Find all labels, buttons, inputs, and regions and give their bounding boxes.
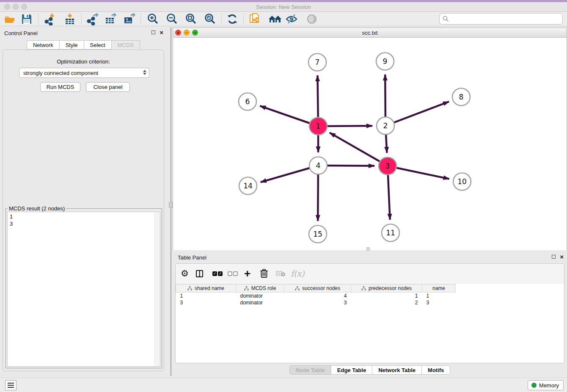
add-row-button[interactable]: + bbox=[244, 268, 250, 279]
select-all-columns-button[interactable]: ✓✓ bbox=[212, 268, 223, 279]
tab-select[interactable]: Select bbox=[84, 40, 111, 50]
tab-motifs[interactable]: Motifs bbox=[421, 365, 450, 375]
node-label: 3 bbox=[385, 162, 390, 170]
node-9[interactable]: 9 bbox=[376, 53, 394, 70]
home-networks-button[interactable] bbox=[268, 13, 282, 25]
float-panel-icon[interactable] bbox=[151, 30, 155, 34]
node-6[interactable]: 6 bbox=[239, 93, 256, 110]
eye-disabled-button[interactable] bbox=[305, 13, 319, 25]
node-10[interactable]: 10 bbox=[453, 173, 471, 190]
network-window-titlebar[interactable]: × − + scc.txt bbox=[173, 28, 567, 38]
unchecked-box-icon bbox=[233, 271, 238, 276]
open-session-button[interactable] bbox=[3, 13, 17, 25]
toolbar-separator bbox=[140, 14, 141, 25]
zoom-fit-button[interactable] bbox=[184, 13, 198, 25]
node-2[interactable]: 2 bbox=[377, 117, 394, 135]
split-columns-button[interactable] bbox=[196, 268, 203, 279]
plus-icon: + bbox=[244, 269, 250, 278]
table-cell[interactable]: 3 bbox=[176, 299, 236, 306]
unchecked-box-icon bbox=[228, 271, 232, 276]
mcds-result-group: MCDS result (2 nodes) 1 3 bbox=[6, 208, 162, 368]
checked-box-icon: ✓ bbox=[212, 271, 217, 276]
tab-edge-table[interactable]: Edge Table bbox=[331, 365, 372, 375]
float-table-panel-icon[interactable] bbox=[552, 255, 556, 259]
node-4[interactable]: 4 bbox=[309, 157, 327, 174]
column-header-predecessor-nodes[interactable]: predecessor nodes bbox=[351, 284, 422, 293]
table-cell[interactable]: dominator bbox=[236, 299, 284, 306]
node-15[interactable]: 15 bbox=[309, 226, 327, 243]
export-network-button[interactable] bbox=[85, 13, 99, 25]
column-settings-button[interactable]: ⚙ bbox=[181, 268, 189, 279]
network-graph[interactable]: 7968124314101511 bbox=[173, 38, 567, 251]
import-network-icon bbox=[44, 13, 56, 25]
node-3[interactable]: 3 bbox=[379, 157, 396, 175]
splitter-grip[interactable] bbox=[169, 202, 173, 208]
task-history-button[interactable] bbox=[5, 380, 17, 390]
zoom-in-button[interactable] bbox=[146, 13, 160, 25]
node-11[interactable]: 11 bbox=[382, 224, 399, 242]
edge-3-1[interactable] bbox=[330, 133, 388, 166]
homes-icon bbox=[268, 13, 282, 25]
search-input[interactable] bbox=[451, 15, 562, 23]
table-cell[interactable]: dominator bbox=[236, 293, 284, 299]
column-type-icon bbox=[187, 286, 192, 291]
close-panel-button[interactable]: Close panel bbox=[86, 82, 130, 92]
table-cell[interactable]: 1 bbox=[351, 293, 422, 299]
node-1[interactable]: 1 bbox=[309, 118, 327, 135]
column-header-name[interactable]: name bbox=[422, 284, 456, 293]
table-cell[interactable]: 3 bbox=[284, 299, 351, 306]
table-row[interactable]: 1dominator411 bbox=[176, 293, 565, 299]
open-folder-icon bbox=[4, 13, 16, 25]
node-label: 1 bbox=[316, 122, 321, 130]
node-14[interactable]: 14 bbox=[239, 177, 257, 195]
column-header-MCDS-role[interactable]: MCDS role bbox=[236, 284, 284, 293]
import-table-button[interactable] bbox=[63, 13, 77, 25]
edge-3-10[interactable] bbox=[388, 166, 449, 179]
close-table-panel-icon[interactable]: × bbox=[560, 254, 564, 259]
mcds-result-textarea[interactable]: 1 3 bbox=[7, 212, 160, 367]
apply-layout-button[interactable] bbox=[225, 13, 239, 25]
mcds-result-title: MCDS result (2 nodes) bbox=[8, 205, 66, 212]
clone-network-button[interactable] bbox=[248, 13, 262, 25]
column-header-shared-name[interactable]: shared name bbox=[176, 284, 236, 293]
zoom-in-icon bbox=[146, 13, 159, 25]
result-scrollbar[interactable] bbox=[154, 212, 160, 366]
table-panel-title: Table Panel bbox=[178, 254, 206, 261]
deselect-all-columns-button[interactable] bbox=[227, 268, 238, 279]
export-image-button[interactable] bbox=[122, 13, 136, 25]
import-network-button[interactable] bbox=[43, 13, 57, 25]
node-7[interactable]: 7 bbox=[308, 54, 326, 71]
tab-network[interactable]: Network bbox=[27, 40, 59, 50]
table-cell-filler bbox=[456, 293, 565, 299]
tab-style[interactable]: Style bbox=[59, 40, 84, 50]
edge-2-8[interactable] bbox=[385, 102, 449, 126]
save-session-button[interactable] bbox=[19, 13, 34, 25]
hide-visualization-button[interactable] bbox=[284, 13, 299, 25]
table-cell[interactable]: 2 bbox=[351, 299, 422, 306]
zoom-selected-button[interactable] bbox=[203, 13, 217, 25]
tab-node-table[interactable]: Node Table bbox=[289, 365, 331, 375]
column-header-successor-nodes[interactable]: successor nodes bbox=[284, 284, 351, 293]
table-cell[interactable]: 4 bbox=[284, 293, 351, 299]
run-mcds-button[interactable]: Run MCDS bbox=[40, 82, 80, 92]
delete-row-button[interactable] bbox=[260, 268, 268, 279]
node-label: 6 bbox=[245, 97, 250, 106]
zoom-out-button[interactable] bbox=[165, 13, 179, 25]
node-8[interactable]: 8 bbox=[452, 88, 470, 106]
table-toolbar: ⚙ ✓✓ + f(x) bbox=[176, 264, 564, 284]
table-cell[interactable]: 1 bbox=[422, 293, 456, 299]
export-table-button[interactable] bbox=[103, 13, 118, 25]
close-panel-icon[interactable]: × bbox=[160, 30, 163, 35]
network-canvas[interactable]: 7968124314101511 bbox=[173, 38, 567, 251]
tab-mcds[interactable]: MCDS bbox=[111, 40, 140, 50]
tab-network-table[interactable]: Network Table bbox=[372, 365, 421, 375]
optimization-dropdown[interactable]: strongly connected component bbox=[19, 68, 149, 78]
trash-icon bbox=[260, 269, 268, 278]
memory-button[interactable]: Memory bbox=[528, 380, 564, 390]
table-cell[interactable]: 3 bbox=[422, 299, 456, 306]
table-cell[interactable]: 1 bbox=[176, 293, 236, 299]
h-splitter-grip[interactable] bbox=[366, 247, 370, 251]
main-area: Control Panel × NetworkStyleSelectMCDS O… bbox=[0, 26, 567, 378]
vertical-splitter[interactable] bbox=[167, 28, 173, 376]
table-row[interactable]: 3dominator323 bbox=[176, 299, 565, 306]
